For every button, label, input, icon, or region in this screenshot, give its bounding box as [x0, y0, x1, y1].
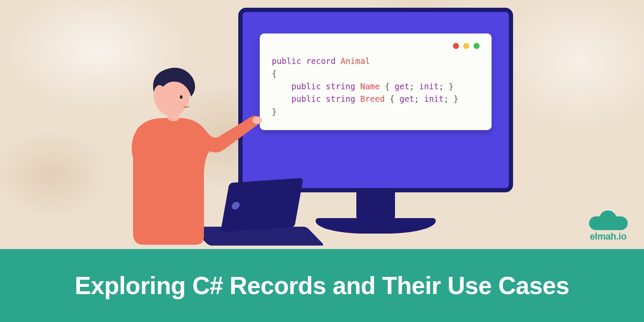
minimize-icon	[463, 43, 469, 49]
window-traffic-lights	[272, 43, 480, 49]
svg-point-1	[180, 95, 182, 99]
monitor-screen: public record Animal { public string Nam…	[238, 8, 513, 192]
bug-icon	[602, 212, 615, 226]
monitor-neck	[356, 191, 395, 219]
monitor-base	[316, 218, 436, 234]
code-window: public record Animal { public string Nam…	[260, 33, 492, 130]
brand-name: elmah.io	[583, 231, 633, 242]
page-title: Exploring C# Records and Their Use Cases	[75, 271, 569, 300]
svg-point-3	[252, 116, 262, 124]
svg-rect-2	[167, 112, 179, 121]
close-icon	[453, 43, 459, 49]
title-banner: Exploring C# Records and Their Use Cases	[0, 249, 644, 322]
maximize-icon	[474, 43, 480, 49]
code-snippet: public record Animal { public string Nam…	[272, 55, 480, 118]
person-illustration	[107, 56, 262, 249]
brand-logo: elmah.io	[583, 210, 633, 245]
cloud-icon	[589, 210, 628, 230]
